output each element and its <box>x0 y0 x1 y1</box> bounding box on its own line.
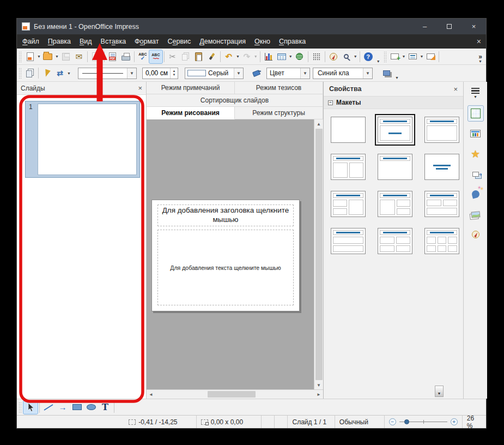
help-icon[interactable]: ? <box>362 50 375 63</box>
hyperlink-icon[interactable] <box>293 50 306 63</box>
styles-window-icon[interactable] <box>23 67 37 80</box>
styles-icon[interactable] <box>467 186 484 202</box>
slide-design-icon[interactable] <box>424 50 437 63</box>
horizontal-scrollbar[interactable]: ◄ ► <box>147 389 323 399</box>
zoom-slider-handle[interactable] <box>404 419 409 424</box>
fill-color-dropdown-icon[interactable]: ▼ <box>363 68 372 79</box>
new-dropdown-icon[interactable]: ▼ <box>37 55 41 58</box>
layout-title-only[interactable] <box>378 154 412 180</box>
master-pages-icon[interactable] <box>467 125 484 142</box>
layout-2rows[interactable] <box>331 228 366 254</box>
properties-close-icon[interactable]: × <box>453 85 458 93</box>
menu-item-6[interactable]: Сервис <box>163 35 196 47</box>
line-toolbar-more-icon[interactable]: ▼ <box>393 67 400 80</box>
navigator-tab-icon[interactable] <box>467 226 484 243</box>
close-button[interactable]: × <box>462 19 486 34</box>
edit-file-icon[interactable] <box>89 50 102 63</box>
shadow-icon[interactable] <box>380 67 393 80</box>
line-width-value[interactable]: 0,00 см <box>143 69 170 77</box>
layout-title-content[interactable] <box>424 117 459 143</box>
display-grid-icon[interactable] <box>310 50 323 63</box>
print-icon[interactable] <box>119 50 132 63</box>
menu-item-1[interactable]: Файл <box>18 35 44 47</box>
layout-2left-1right[interactable] <box>331 191 366 217</box>
ellipse-tool-icon[interactable] <box>84 401 98 414</box>
edit-points-icon[interactable] <box>40 67 53 80</box>
sidebar-settings-icon[interactable]: ▼ <box>467 85 484 101</box>
line-color-select[interactable]: Серый ▼ <box>185 68 244 79</box>
new-slide-icon[interactable] <box>388 50 402 63</box>
rectangle-tool-icon[interactable] <box>70 401 84 414</box>
zoom-out-icon[interactable]: − <box>389 418 396 425</box>
fill-color-select[interactable]: Синий кла ▼ <box>313 68 373 79</box>
new-slide-dropdown-icon[interactable]: ▼ <box>402 55 406 58</box>
select-tool-icon[interactable] <box>23 401 38 414</box>
title-placeholder[interactable]: Для добавления заголовка щелкните мышью <box>157 205 294 226</box>
drawing-toolbar-grip[interactable] <box>19 402 21 413</box>
menu-item-7[interactable]: Демонстрация <box>195 35 250 47</box>
layout-1left-2right[interactable] <box>378 191 412 217</box>
layout-grid6[interactable] <box>424 228 459 254</box>
table-dropdown-icon[interactable]: ▼ <box>288 55 293 58</box>
line-tool-icon[interactable] <box>41 401 56 414</box>
tab-drawing[interactable]: Режим рисования <box>147 107 235 119</box>
fill-type-select[interactable]: Цвет ▼ <box>266 68 310 79</box>
navigator-icon[interactable] <box>327 50 340 63</box>
slide-layout-dropdown-icon[interactable]: ▼ <box>420 55 424 58</box>
arrow-style-icon[interactable]: ⇄ <box>53 67 66 80</box>
zoom-dropdown-icon[interactable]: ▼ <box>353 55 358 58</box>
fill-type-dropdown-icon[interactable]: ▼ <box>300 68 309 79</box>
toolbar-more-icon[interactable]: »▼ <box>477 50 484 63</box>
zoom-slider[interactable] <box>399 418 447 425</box>
vertical-scrollbar[interactable]: ▲ ▼ <box>314 119 323 389</box>
open-dropdown-icon[interactable]: ▼ <box>54 55 59 58</box>
zoom-icon[interactable] <box>340 50 353 63</box>
export-pdf-icon[interactable] <box>106 50 119 63</box>
layout-2top-1bottom[interactable] <box>424 191 459 217</box>
line-width-spinner[interactable]: 0,00 см ▲▼ <box>142 68 178 79</box>
text-tool-icon[interactable]: T <box>98 401 112 414</box>
menu-item-2[interactable]: Правка <box>44 35 75 47</box>
undo-icon[interactable]: ↶ <box>222 50 235 63</box>
menu-item-5[interactable]: Формат <box>130 35 163 47</box>
menu-item-9[interactable]: Справка <box>275 35 310 47</box>
layout-grid4[interactable] <box>378 228 412 254</box>
spellcheck-icon[interactable]: ABC✓ <box>136 50 149 63</box>
layout-title-2col[interactable] <box>331 154 366 180</box>
horizontal-scroll-thumb[interactable] <box>208 391 256 398</box>
line-toolbar-grip[interactable] <box>19 68 21 79</box>
toolbar-overflow-icon[interactable]: ▼ <box>375 50 382 63</box>
layout-title-sub[interactable] <box>378 117 412 143</box>
paste-icon[interactable] <box>192 50 205 63</box>
custom-animation-icon[interactable]: ★ <box>467 146 484 162</box>
scroll-up-icon[interactable]: ▲ <box>314 119 323 128</box>
menu-item-4[interactable]: Вставка <box>96 35 130 47</box>
line-width-spin-icons[interactable]: ▲▼ <box>170 68 178 79</box>
close-document-icon[interactable]: × <box>472 37 486 46</box>
slide-thumbnail[interactable]: 1 <box>25 101 140 178</box>
open-icon[interactable] <box>41 50 54 63</box>
toolbar-grip[interactable] <box>19 51 21 62</box>
work-area[interactable]: Для добавления заголовка щелкните мышью … <box>147 119 314 389</box>
auto-spellcheck-icon[interactable]: ABC~~ <box>149 50 162 63</box>
slides-panel-close-icon[interactable]: × <box>138 84 142 92</box>
slide-transition-icon[interactable] <box>467 166 484 182</box>
insert-table-icon[interactable] <box>275 50 288 63</box>
zoom-in-icon[interactable]: + <box>451 418 458 425</box>
properties-scrollbar[interactable]: ▼ <box>435 386 444 397</box>
tab-handout[interactable]: Режим тезисов <box>235 82 323 94</box>
layout-centered[interactable] <box>424 154 459 180</box>
fill-icon[interactable] <box>250 67 263 80</box>
maximize-button[interactable] <box>437 19 462 34</box>
menu-item-8[interactable]: Окно <box>250 35 275 47</box>
minimize-button[interactable]: – <box>412 19 437 34</box>
line-style-dropdown-icon[interactable]: ▼ <box>127 68 136 79</box>
body-placeholder[interactable]: Для добавления текста щелкните мышью <box>157 230 294 305</box>
format-paintbrush-icon[interactable] <box>205 50 218 63</box>
gallery-icon[interactable] <box>467 206 484 222</box>
tab-notes[interactable]: Режим примечаний <box>147 82 235 94</box>
copy-icon[interactable] <box>179 50 192 63</box>
slide-canvas[interactable]: Для добавления заголовка щелкните мышью … <box>151 200 300 311</box>
presentation-toolbar-grip[interactable] <box>384 51 386 62</box>
redo-icon[interactable]: ↷ <box>240 50 253 63</box>
